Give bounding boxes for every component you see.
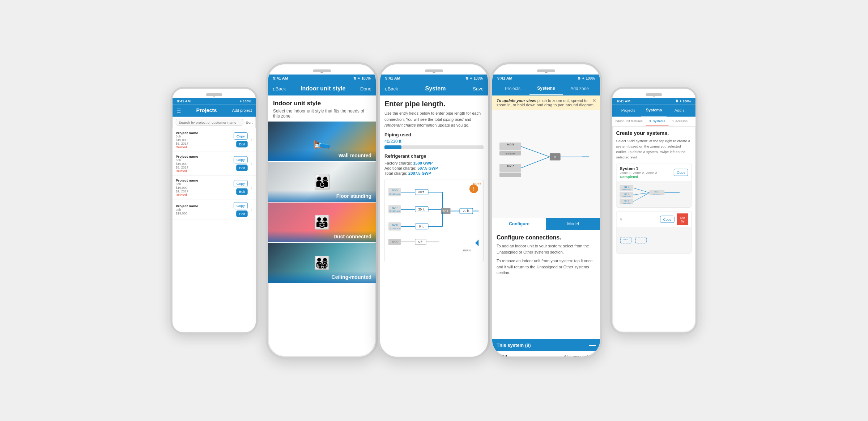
system1-svg: IND 1 CDXS15LVJU IND 2 CDXS15LVJU IND 3: [619, 183, 689, 206]
time-3: 9:41 AM: [385, 76, 400, 80]
project-item-1: Project name Job $19,000 $6, 2017 Delete…: [173, 128, 256, 152]
ind7-model: CDXS15LVJU: [389, 210, 401, 212]
s1-ind1-label: IND 1: [624, 186, 629, 188]
sub-tab-accessories-5[interactable]: 3. Accesso: [668, 117, 691, 126]
camera-2: [320, 69, 324, 73]
system1-copy-button[interactable]: Copy: [674, 169, 688, 176]
create-systems-desc: Select "Add system" at the top right to …: [616, 138, 692, 160]
project-actions-1: Copy Edit: [234, 132, 248, 147]
status-bar-3: 9:41 AM ⇅ ✦ 100%: [380, 75, 488, 82]
junction-label: ⊞: [554, 156, 556, 158]
nav-tab-addzone-4[interactable]: Add zone: [563, 82, 596, 95]
nav-tab-systems-5[interactable]: Systems: [641, 105, 667, 116]
ind7-ft-text: 30 ft.: [418, 207, 425, 211]
indoor-title: Indoor unit style: [273, 100, 371, 107]
nav-tab-projects-5[interactable]: Projects: [616, 105, 641, 116]
unit-label-floor: Floor standing: [336, 193, 371, 199]
system-unit-name: IND 1: [497, 354, 516, 359]
configure-content: Configure connections. To add an indoor …: [492, 230, 600, 339]
phone-top-3: [380, 64, 488, 75]
done-button-2[interactable]: Done: [360, 86, 371, 92]
system2-delete-button[interactable]: DeSy: [677, 213, 688, 225]
s1-out2-model: CDXS15LVJU: [653, 194, 661, 195]
search-bar: Sort: [173, 117, 256, 128]
project-job-2: Job: [176, 158, 231, 162]
wifi-icon-5: ⇅: [676, 99, 678, 103]
projects-list: Project name Job $19,000 $6, 2017 Delete…: [173, 128, 256, 334]
sub-tab-features-5[interactable]: ndoor unit features: [612, 117, 646, 126]
unit-option-wall[interactable]: 🛌 Wall mounted: [268, 122, 376, 161]
nav-tab-systems-4[interactable]: Systems: [529, 82, 563, 95]
status-icons-5: ⇅ ✦ 100%: [676, 99, 691, 103]
back-button-3[interactable]: Back: [384, 85, 398, 92]
edit-button-2[interactable]: Edit: [237, 165, 248, 171]
wifi-icon-2: ⇅: [353, 76, 356, 80]
system1-info: System 1 Zone 1, Zone 2, Zone 3 Complete…: [620, 166, 657, 179]
system2-svg: IND 2: [619, 230, 689, 250]
unit-option-duct[interactable]: 👨‍👩‍👧 Duct connected: [268, 203, 376, 242]
system-unit-type-info: Wall-mounted unit 36000 BTU/h: [564, 354, 596, 359]
copy-button-2[interactable]: Copy: [234, 156, 248, 163]
edit-button-1[interactable]: Edit: [237, 141, 248, 147]
unit-option-floor[interactable]: 👨‍👩‍👦 Floor standing: [268, 162, 376, 202]
collapse-button[interactable]: —: [589, 342, 596, 348]
toast-close-button[interactable]: ✕: [592, 98, 596, 103]
status-icons-1: ✦ 100%: [239, 99, 251, 103]
warning-icon: !: [469, 184, 478, 193]
tab-bar-configure: Configure Model: [492, 218, 600, 230]
sub-tab-systems-5[interactable]: 3. Systems: [646, 117, 669, 126]
pipe-svg: IND 5 CDXS15LVJU 30 ft. IND 7 CDXS15LVJU: [388, 182, 480, 259]
save-button-3[interactable]: Save: [473, 86, 484, 92]
edit-button-3[interactable]: Edit: [237, 188, 248, 195]
nav-tab-projects-4[interactable]: Projects: [496, 82, 529, 95]
refrig-total-val: 2087.5 GWP: [408, 171, 431, 175]
system2-copy-button[interactable]: Copy: [660, 216, 674, 223]
add-project-button[interactable]: Add project: [232, 108, 252, 113]
nav-title-1: Projects: [196, 108, 217, 114]
tab-configure[interactable]: Configure: [492, 218, 546, 230]
unit-label-ceiling: Ceiling-mounted: [332, 274, 371, 280]
tab-model[interactable]: Model: [546, 218, 600, 230]
project-info-2: Project name Job $19,000 $5, 2017 Delete…: [176, 154, 231, 173]
s1-ind1-line: [633, 188, 649, 192]
ind5-diag-line: [521, 146, 550, 157]
unit-option-ceiling[interactable]: 👨‍👩‍👧‍👦 Ceiling-mounted: [268, 243, 376, 283]
nav-title-3: System: [425, 85, 446, 92]
refn-label: REFN: [463, 249, 471, 252]
nav-tab-add-5[interactable]: Add s: [667, 105, 692, 116]
copy-button-4[interactable]: Copy: [234, 202, 248, 209]
system1-zones: Zone 1, Zone 2, Zone 3: [620, 171, 657, 175]
sort-button[interactable]: Sort: [246, 120, 252, 124]
camera-4: [544, 69, 548, 73]
unit-overlay-wall: Wall mounted: [268, 150, 376, 161]
ind5-diag-label: IND 5: [507, 143, 514, 146]
s2-ind2-label: IND 2: [624, 238, 628, 241]
project-price-4: $19,000: [176, 212, 231, 215]
project-job-4: Job: [176, 208, 231, 212]
edit-button-4[interactable]: Edit: [237, 210, 248, 217]
back-button-2[interactable]: Back: [272, 85, 286, 92]
ind5-label: IND 5: [391, 189, 397, 192]
configure-title: Configure connections.: [497, 234, 596, 241]
system-unit-info: IND 1 Zone title 1: [497, 354, 516, 359]
piping-value: 40/230 ft.: [384, 139, 484, 144]
copy-button-1[interactable]: Copy: [234, 132, 248, 140]
copy-button-3[interactable]: Copy: [234, 180, 248, 187]
project-name-2: Project name: [176, 154, 231, 158]
arrow-refn: [475, 239, 478, 246]
wifi-icon-4: ⇅: [578, 76, 580, 80]
s1-ind2-line: [633, 193, 649, 195]
system1-header: System 1 Zone 1, Zone 2, Zone 3 Complete…: [617, 163, 692, 182]
ind7-diag-line: [521, 157, 550, 168]
this-system-label: This system (8): [497, 343, 531, 348]
pipe-diagram: ! Issues IND 5 CDXS15LVJU 30 ft.: [384, 179, 484, 262]
piping-progress-fill: [384, 145, 401, 149]
bluetooth-icon-5: ✦: [679, 99, 682, 103]
nav-bar-1: ☰ Projects Add project: [173, 105, 256, 117]
toast-text: To update your view: pinch to zoom out, …: [497, 98, 596, 107]
status-icons-3: ⇅ ✦ 100%: [465, 76, 483, 80]
phone-indoor-style: 9:41 AM ⇅ ✦ 100% Back Indoor unit style …: [266, 62, 378, 359]
search-input[interactable]: [176, 119, 243, 126]
system-unit-row: IND 1 Zone title 1 Wall-mounted unit 360…: [492, 351, 600, 359]
nav-title-2: Indoor unit style: [301, 85, 345, 92]
